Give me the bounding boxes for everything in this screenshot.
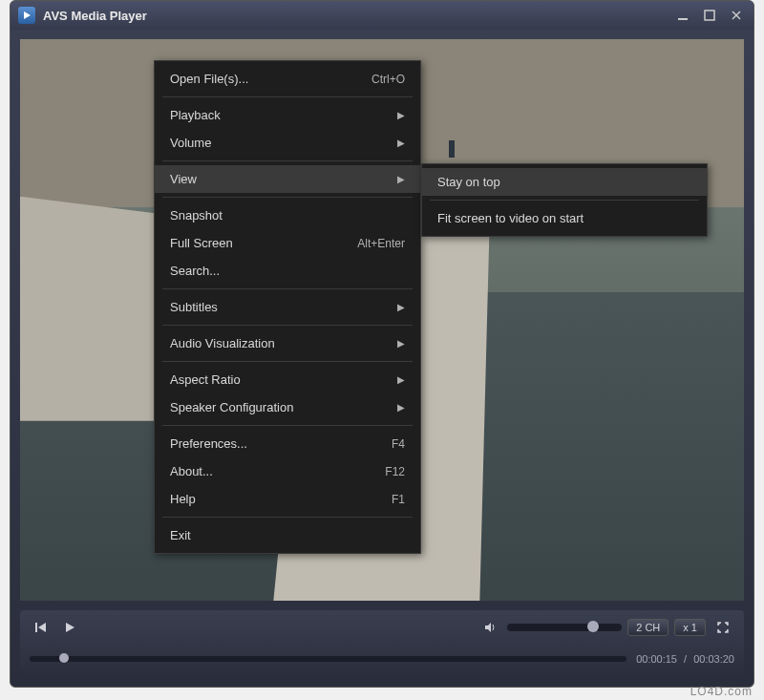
chevron-right-icon: ▶ (397, 110, 405, 120)
svg-rect-5 (35, 623, 37, 632)
volume-slider[interactable] (507, 624, 622, 631)
menu-open-file[interactable]: Open File(s)... Ctrl+O (155, 65, 420, 93)
menu-separator (162, 325, 413, 326)
chevron-right-icon: ▶ (397, 402, 405, 413)
close-button[interactable] (727, 7, 746, 24)
view-submenu: Stay on top Fit screen to video on start (421, 163, 708, 237)
chevron-right-icon: ▶ (397, 174, 405, 184)
menu-aspect-ratio[interactable]: Aspect Ratio ▶ (155, 366, 420, 393)
volume-thumb[interactable] (587, 621, 599, 632)
menu-separator (162, 160, 413, 161)
svg-marker-8 (485, 623, 491, 632)
menu-volume[interactable]: Volume ▶ (155, 129, 420, 157)
menu-separator (162, 425, 413, 426)
previous-button[interactable] (30, 616, 53, 639)
maximize-button[interactable] (700, 7, 719, 24)
play-button[interactable] (58, 616, 81, 639)
menu-separator (430, 200, 699, 201)
window-title: AVS Media Player (43, 9, 673, 23)
menu-help[interactable]: Help F1 (155, 485, 420, 513)
chevron-right-icon: ▶ (397, 138, 405, 148)
menu-fullscreen[interactable]: Full Screen Alt+Enter (155, 229, 420, 257)
app-logo-icon (18, 7, 35, 24)
speed-indicator[interactable]: x 1 (674, 619, 706, 636)
time-separator: / (684, 653, 687, 665)
chevron-right-icon: ▶ (397, 302, 405, 312)
progress-thumb[interactable] (59, 653, 69, 663)
progress-slider[interactable] (30, 656, 626, 662)
context-menu: Open File(s)... Ctrl+O Playback ▶ Volume… (154, 60, 421, 554)
watermark: LO4D.com (690, 685, 753, 698)
menu-separator (162, 517, 413, 518)
chevron-right-icon: ▶ (397, 374, 405, 385)
channel-indicator[interactable]: 2 CH (627, 619, 668, 636)
time-current: 00:00:15 (636, 653, 677, 665)
fullscreen-button[interactable] (711, 616, 734, 639)
svg-rect-1 (678, 18, 688, 20)
svg-marker-6 (38, 623, 46, 632)
svg-marker-0 (24, 11, 31, 19)
app-window: AVS Media Player (10, 0, 754, 688)
chevron-right-icon: ▶ (397, 338, 405, 349)
menu-preferences[interactable]: Preferences... F4 (155, 430, 420, 457)
titlebar[interactable]: AVS Media Player (11, 1, 753, 30)
menu-separator (162, 96, 413, 97)
submenu-stay-on-top[interactable]: Stay on top (422, 168, 707, 196)
menu-subtitles[interactable]: Subtitles ▶ (155, 293, 420, 321)
submenu-fit-screen[interactable]: Fit screen to video on start (422, 204, 707, 232)
time-display: 00:00:15 / 00:03:20 (636, 653, 734, 665)
menu-search[interactable]: Search... (155, 257, 420, 285)
menu-exit[interactable]: Exit (155, 521, 420, 549)
menu-separator (162, 361, 413, 362)
playback-controls: 2 CH x 1 00:00:15 / 00:03:20 (20, 610, 744, 677)
menu-separator (162, 197, 413, 198)
menu-snapshot[interactable]: Snapshot (155, 202, 420, 229)
volume-icon[interactable] (478, 616, 501, 639)
menu-about[interactable]: About... F12 (155, 457, 420, 485)
menu-audio-visualization[interactable]: Audio Visualization ▶ (155, 329, 420, 357)
svg-marker-7 (66, 623, 74, 632)
menu-view[interactable]: View ▶ (155, 165, 420, 193)
menu-speaker-config[interactable]: Speaker Configuration ▶ (155, 393, 420, 421)
minimize-button[interactable] (673, 7, 692, 24)
time-total: 00:03:20 (693, 653, 734, 665)
svg-rect-2 (705, 11, 714, 20)
menu-playback[interactable]: Playback ▶ (155, 101, 420, 129)
menu-separator (162, 288, 413, 289)
